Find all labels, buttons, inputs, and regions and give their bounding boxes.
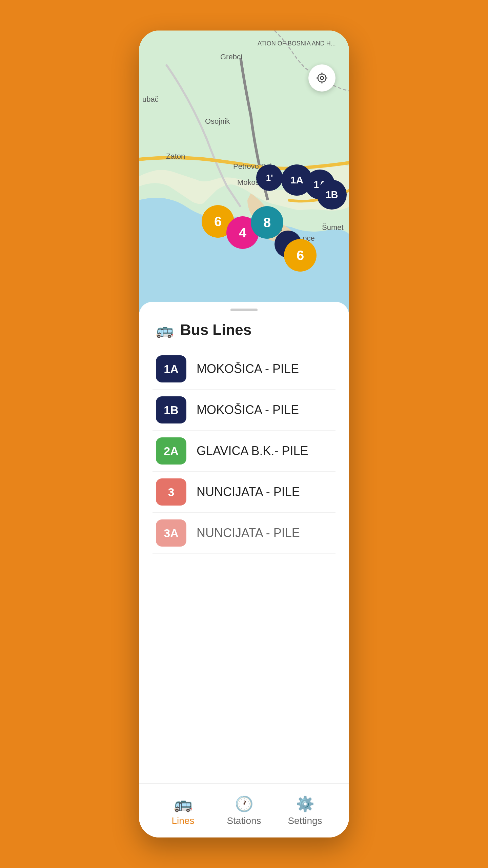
line-item-3[interactable]: 3NUNCIJATA - PILE: [152, 472, 336, 513]
bottom-sheet: 🚌 Bus Lines 1AMOKOŠICA - PILE1BMOKOŠICA …: [139, 302, 349, 783]
line-item-2A[interactable]: 2AGLAVICA B.K.- PILE: [152, 431, 336, 472]
line-item-3A[interactable]: 3ANUNCIJATA - PILE: [152, 513, 336, 554]
sheet-title: Bus Lines: [180, 321, 251, 338]
nav-settings-icon: ⚙️: [296, 795, 314, 813]
svg-point-2: [318, 74, 326, 82]
marker-1prime[interactable]: 1': [256, 164, 283, 191]
drag-handle[interactable]: [230, 309, 258, 311]
line-badge-3: 3: [156, 478, 186, 506]
marker-1b[interactable]: 1B: [317, 180, 347, 210]
nav-lines[interactable]: 🚌 Lines: [152, 795, 214, 826]
nav-stations-icon: 🕐: [235, 795, 253, 813]
line-name-2A: GLAVICA B.K.- PILE: [197, 444, 308, 458]
svg-point-1: [321, 77, 324, 80]
line-name-1A: MOKOŠICA - PILE: [197, 362, 299, 376]
line-badge-2A: 2A: [156, 437, 186, 465]
map-area: Grebci ubač Osojnik Zaton Petrovo Sele M…: [139, 31, 349, 315]
lines-list: 1AMOKOŠICA - PILE1BMOKOŠICA - PILE2AGLAV…: [139, 345, 349, 783]
line-badge-1A: 1A: [156, 355, 186, 382]
phone-frame: Grebci ubač Osojnik Zaton Petrovo Sele M…: [139, 31, 349, 837]
line-item-1A[interactable]: 1AMOKOŠICA - PILE: [152, 349, 336, 390]
bottom-nav: 🚌 Lines 🕐 Stations ⚙️ Settings: [139, 783, 349, 837]
line-badge-3A: 3A: [156, 519, 186, 547]
line-item-1B[interactable]: 1BMOKOŠICA - PILE: [152, 390, 336, 431]
marker-8[interactable]: 8: [251, 206, 283, 239]
location-icon: [316, 72, 328, 84]
marker-6-right[interactable]: 6: [284, 239, 317, 272]
line-name-3A: NUNCIJATA - PILE: [197, 526, 300, 540]
location-button[interactable]: [308, 64, 336, 92]
line-name-1B: MOKOŠICA - PILE: [197, 403, 299, 417]
nav-stations[interactable]: 🕐 Stations: [214, 795, 274, 826]
nav-stations-label: Stations: [227, 815, 261, 826]
line-badge-1B: 1B: [156, 396, 186, 423]
nav-settings-label: Settings: [288, 815, 322, 826]
sheet-header: 🚌 Bus Lines: [139, 311, 349, 345]
nav-settings[interactable]: ⚙️ Settings: [274, 795, 336, 826]
nav-lines-icon: 🚌: [174, 795, 192, 813]
bus-icon: 🚌: [156, 322, 174, 338]
line-name-3: NUNCIJATA - PILE: [197, 485, 300, 499]
nav-lines-label: Lines: [172, 815, 195, 826]
